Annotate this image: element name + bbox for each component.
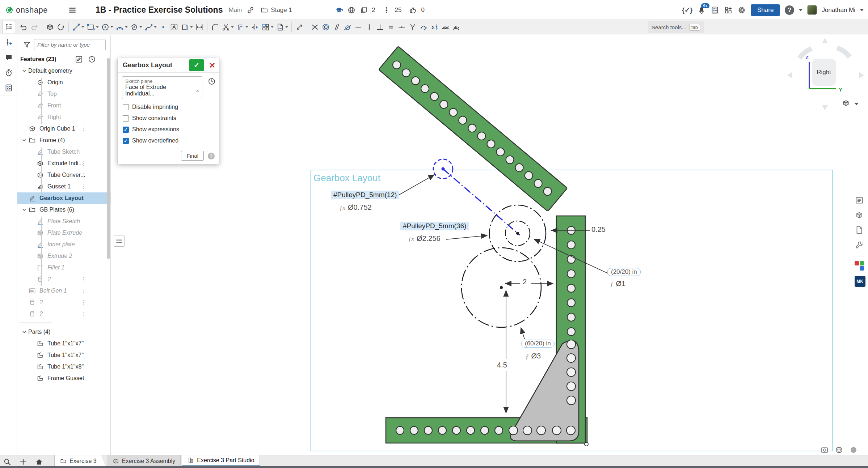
link-icon[interactable] xyxy=(246,6,255,14)
chevron-down-icon[interactable] xyxy=(125,26,128,28)
undo-button[interactable] xyxy=(18,21,29,33)
sketch-list-flyout-button[interactable] xyxy=(114,235,125,247)
tree-item-fillet-1[interactable]: Fillet 1 xyxy=(17,262,110,273)
tree-item-top[interactable]: Top xyxy=(17,88,110,100)
constraint-vertical-button[interactable] xyxy=(364,21,375,33)
context-indicator-icon[interactable]: ⋮ xyxy=(81,125,87,132)
chevron-down-icon[interactable] xyxy=(110,26,113,28)
config-panel-button[interactable] xyxy=(853,239,866,251)
checkbox-show-overdefined[interactable]: ✓ Show overdefined xyxy=(123,137,219,144)
mirror-tool-button[interactable] xyxy=(249,21,260,33)
color-palette-button[interactable] xyxy=(853,260,866,272)
tree-item-right[interactable]: Right xyxy=(17,111,110,123)
sketch-spline-button[interactable] xyxy=(143,21,158,33)
constraint-normal-button[interactable] xyxy=(451,21,462,33)
tree-item-frame-4[interactable]: Frame (4) xyxy=(17,135,110,146)
trim-tool-button[interactable] xyxy=(220,21,235,33)
ratio-badge-6020[interactable]: (60/20) in xyxy=(521,340,555,348)
tree-item-origin[interactable]: Origin xyxy=(17,77,110,88)
tree-item-default-geometry[interactable]: Default geometry xyxy=(17,65,110,77)
pulley36-dimension[interactable]: ƒxØ2.256 xyxy=(408,234,441,243)
chevron-down-icon[interactable] xyxy=(154,26,157,28)
tree-item-plate-sketch[interactable]: Plate Sketch xyxy=(17,216,110,227)
sketch-rectangle-button[interactable] xyxy=(85,21,100,33)
checkbox-show-expressions[interactable]: ✓ Show expressions xyxy=(123,126,219,133)
gusset-part[interactable] xyxy=(509,340,579,441)
pulley12-expression[interactable]: #PulleyPD_5mm(12) xyxy=(331,191,399,199)
confirm-button[interactable]: ✓ xyxy=(189,59,204,71)
main-menu-icon[interactable] xyxy=(68,6,77,14)
sketch-dimension-button[interactable] xyxy=(194,21,205,33)
panel-scrollbar[interactable] xyxy=(107,58,110,259)
height-dimension[interactable]: 4.5 xyxy=(497,361,507,369)
tree-item-tube-1-x1-x8[interactable]: Tube 1"x1"x8" xyxy=(17,361,110,373)
chevron-down-icon[interactable] xyxy=(20,137,28,144)
docs-panel-button[interactable] xyxy=(853,224,866,236)
constraint-midpoint-button[interactable] xyxy=(396,21,407,33)
avatar[interactable] xyxy=(807,5,817,15)
constraint-curvature-button[interactable] xyxy=(418,21,429,33)
chevron-down-icon[interactable] xyxy=(271,26,274,28)
constraint-fix-button[interactable] xyxy=(440,21,451,33)
center-distance-dimension[interactable]: 2 xyxy=(523,278,527,286)
constraint-pierce-button[interactable]: Σ xyxy=(429,21,440,33)
extrude-tool-button[interactable] xyxy=(45,21,55,33)
checkbox-icon[interactable]: ✓ xyxy=(123,127,129,133)
search-tabs-button[interactable] xyxy=(2,457,12,467)
pattern-tool-button[interactable] xyxy=(260,21,275,33)
constraint-equal-button[interactable] xyxy=(385,21,396,33)
tree-item-gb-plates-6[interactable]: GB Plates (6) xyxy=(17,204,110,216)
redo-button[interactable] xyxy=(29,21,40,33)
tree-item-[interactable]: ?⋮ xyxy=(17,308,110,320)
revolve-tool-button[interactable] xyxy=(55,21,66,33)
tree-item-frame-gusset[interactable]: Frame Gusset xyxy=(17,373,110,384)
tree-item-tube-1-x1-x7[interactable]: Tube 1"x1"x7" xyxy=(17,349,110,361)
tab-exercise-3-part-studio[interactable]: Exercise 3 Part Studio xyxy=(182,455,260,467)
bottom-tube-part[interactable] xyxy=(386,418,587,443)
offset-dimension[interactable]: 0.25 xyxy=(591,225,606,234)
checklist-rail-button[interactable] xyxy=(0,80,17,95)
sketch-options-icon[interactable] xyxy=(75,55,83,64)
context-indicator-icon[interactable]: ⋮ xyxy=(81,288,87,294)
constraint-tangent-button[interactable] xyxy=(342,21,353,33)
notifications-button[interactable]: 9+ xyxy=(697,6,706,14)
sketch-polygon-button[interactable] xyxy=(129,21,143,33)
chevron-down-icon[interactable] xyxy=(81,26,84,28)
web-icon[interactable] xyxy=(835,446,843,454)
tree-item-extrude-indi[interactable]: Extrude Indi...⋮ xyxy=(17,158,110,169)
sketch-text-button[interactable] xyxy=(169,21,180,33)
home-button[interactable] xyxy=(34,457,44,467)
sketch-point-button[interactable] xyxy=(158,21,169,33)
checkbox-icon[interactable] xyxy=(123,104,129,110)
sketch-arc-button[interactable] xyxy=(114,21,129,33)
context-indicator-icon[interactable]: ⋮ xyxy=(81,160,87,167)
view-cube[interactable]: Z Y Right xyxy=(784,34,868,118)
tree-item-tube-sketch[interactable]: Tube Sketch xyxy=(17,146,110,158)
history-rail-button[interactable] xyxy=(0,65,17,80)
user-caret-icon[interactable] xyxy=(860,9,864,11)
chevron-down-icon[interactable] xyxy=(139,26,142,28)
rollback-clock-icon[interactable] xyxy=(207,77,216,86)
parts-panel-button[interactable] xyxy=(853,209,866,221)
constraint-parallel-button[interactable] xyxy=(331,21,342,33)
sketch-line-button[interactable] xyxy=(71,21,85,33)
chevron-down-icon[interactable] xyxy=(245,26,248,28)
context-indicator-icon[interactable]: ⋮ xyxy=(81,183,87,190)
tree-item-[interactable]: ?⋮ xyxy=(17,297,110,308)
context-indicator-icon[interactable]: ⋮ xyxy=(81,276,87,282)
view-caret-icon[interactable] xyxy=(855,103,858,105)
final-button[interactable]: Final xyxy=(181,151,204,161)
tree-item-tube-1-x1-x7[interactable]: Tube 1"x1"x7" xyxy=(17,338,110,349)
status-disc-icon[interactable] xyxy=(849,446,858,454)
dialog-help-icon[interactable]: ? xyxy=(208,153,215,159)
tab-exercise-3-assembly[interactable]: Exercise 3 Assembly xyxy=(107,455,181,467)
user-name[interactable]: Jonathan Mi xyxy=(822,7,855,14)
filter-input[interactable] xyxy=(34,39,106,50)
history-icon[interactable] xyxy=(88,55,96,64)
chevron-down-icon[interactable] xyxy=(285,26,288,28)
feature-list-toggle-button[interactable] xyxy=(2,21,15,33)
tree-item-extrude-2[interactable]: Extrude 2 xyxy=(17,250,110,262)
add-tab-button[interactable] xyxy=(18,457,28,467)
tree-item-plate-extrude[interactable]: Plate Extrude xyxy=(17,227,110,239)
sketch-endpoint[interactable] xyxy=(585,442,588,446)
